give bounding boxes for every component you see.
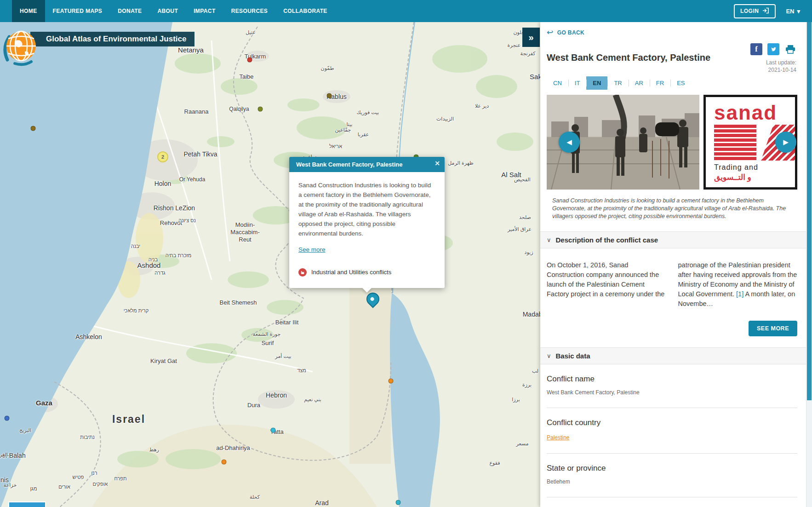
- twitter-icon: [770, 46, 777, 53]
- field-value[interactable]: Palestine: [547, 434, 569, 441]
- field-value: Betlehem: [547, 478, 797, 485]
- map-label: נתיבות: [80, 434, 95, 440]
- twitter-share-button[interactable]: [767, 43, 779, 55]
- map-label: البريج: [19, 427, 31, 433]
- ejatlas-logo-icon[interactable]: [1, 28, 40, 68]
- map-label: جمّاعين: [335, 127, 351, 133]
- panel-collapse-button[interactable]: »: [522, 28, 540, 47]
- last-update-label: Last update:: [766, 59, 796, 66]
- lang-tab-en[interactable]: EN: [586, 76, 607, 90]
- page-title: West Bank Cement Factory, Palestine: [547, 52, 710, 63]
- map-label: מגן: [30, 486, 37, 491]
- map-label: برزة: [522, 382, 532, 388]
- lang-tab-es[interactable]: ES: [670, 76, 691, 90]
- field-value: West Bank Cement Factory, Palestine: [547, 389, 797, 396]
- map-marker[interactable]: [247, 58, 252, 63]
- nav-menu: HOMEFEATURED MAPSDONATEABOUTIMPACTRESOUR…: [0, 0, 335, 22]
- last-update: Last update: 2021-10-14: [766, 59, 796, 74]
- carousel-prev-button[interactable]: ◀: [559, 132, 580, 153]
- map-marker[interactable]: [258, 107, 263, 112]
- map-marker[interactable]: [389, 379, 394, 384]
- nav-item-impact[interactable]: IMPACT: [186, 0, 223, 22]
- map-label: ظهرة الرمل: [448, 160, 473, 166]
- map-marker[interactable]: [396, 500, 401, 505]
- map-marker[interactable]: [222, 460, 227, 465]
- map-label: جورة الشمعة: [253, 331, 280, 337]
- map-label: ad-Dhahiriya: [216, 444, 250, 451]
- map-marker[interactable]: [31, 126, 36, 131]
- map-label: عراق الأمير: [508, 226, 532, 232]
- conflict-detail-panel: ↩ GO BACK West Bank Cement Factory, Pale…: [540, 22, 812, 507]
- basic-data-fields: Conflict nameWest Bank Cement Factory, P…: [547, 364, 797, 507]
- map-label: בניה: [149, 257, 158, 262]
- field-location-of-conflict: Location of conflict: [547, 497, 797, 507]
- map-label: Ashdod: [137, 261, 161, 269]
- map-canvas[interactable]: NetanyaTulkarmTaibeNablusRaananaQalqilya…: [0, 22, 540, 507]
- facebook-share-button[interactable]: f: [750, 43, 762, 55]
- map-label: Dura: [247, 402, 260, 409]
- nav-item-about[interactable]: ABOUT: [149, 0, 186, 22]
- field-conflict-name: Conflict nameWest Bank Cement Factory, P…: [547, 364, 797, 408]
- brand-title: Global Atlas of Environmental Justice: [30, 32, 194, 46]
- carousel-next-button[interactable]: ▶: [775, 132, 796, 153]
- top-navbar: HOMEFEATURED MAPSDONATEABOUTIMPACTRESOUR…: [0, 0, 812, 22]
- map-label: صلحد: [519, 214, 531, 220]
- logo-subtitle: Trading and: [714, 163, 797, 172]
- lang-tab-it[interactable]: IT: [568, 76, 587, 90]
- facebook-icon: f: [755, 45, 757, 53]
- map-label: קרית מלאכי: [124, 308, 149, 313]
- section-description-header[interactable]: ∨ Description of the conflict case: [540, 231, 806, 248]
- map-label: القر: [0, 452, 8, 458]
- nav-item-collaborate[interactable]: COLLABORATE: [275, 0, 335, 22]
- industrial-conflicts-icon: [298, 268, 307, 277]
- map-label: גדרה: [154, 270, 165, 276]
- map-label: فقوع: [489, 460, 500, 466]
- lang-tab-fr[interactable]: FR: [650, 76, 670, 90]
- login-button[interactable]: LOGIN: [734, 4, 776, 18]
- logo-subtitle-arabic: و التــسويق: [714, 173, 797, 182]
- close-icon[interactable]: ✕: [435, 160, 440, 167]
- nav-item-resources[interactable]: RESOURCES: [223, 0, 276, 22]
- panel-scrollbar: [806, 22, 812, 507]
- marker-cluster[interactable]: 2: [157, 151, 168, 162]
- see-more-button[interactable]: SEE MORE: [749, 321, 797, 336]
- map-label: Kiryat Gat: [150, 357, 177, 364]
- map-label: بيت أمر: [275, 353, 291, 359]
- map-label: دير علا: [475, 103, 489, 109]
- back-arrow-icon: ↩: [547, 28, 554, 37]
- map-popup: West Bank Cement Factory, Palestine ✕ Sa…: [289, 157, 445, 288]
- image-carousel: sanad Trading and و التــسويق ◀ ▶: [547, 95, 797, 190]
- description-column-right: patronage of the Palestinian president a…: [678, 260, 798, 309]
- nav-item-featured-maps[interactable]: FEATURED MAPS: [45, 0, 110, 22]
- map-label: كحلة: [250, 494, 260, 500]
- print-button[interactable]: [784, 43, 796, 55]
- go-back-button[interactable]: ↩ GO BACK: [547, 28, 584, 37]
- popup-see-more-link[interactable]: See more: [298, 245, 326, 254]
- section-basic-data-header[interactable]: ∨ Basic data: [540, 347, 806, 364]
- logo-word: sanad: [714, 102, 797, 124]
- lang-tab-tr[interactable]: TR: [607, 76, 628, 90]
- map-label: لب: [532, 368, 538, 374]
- description-text: On October 1, 2016, Sanad Construction c…: [547, 260, 797, 309]
- map-label: Or Yehuda: [179, 176, 206, 183]
- map-label: Gaza: [36, 399, 52, 407]
- lang-tab-ar[interactable]: AR: [629, 76, 650, 90]
- field-label: State or province: [547, 464, 797, 473]
- nav-item-donate[interactable]: DONATE: [110, 0, 149, 22]
- nav-right: LOGIN EN ▾: [734, 0, 812, 22]
- field-conflict-country: Conflict countryPalestine: [547, 408, 797, 454]
- scrollbar-thumb[interactable]: [807, 22, 812, 400]
- map-marker[interactable]: [327, 93, 332, 98]
- chevron-down-icon: ∨: [547, 352, 551, 359]
- map-label: Modiin-: [235, 221, 255, 228]
- map-marker[interactable]: [271, 428, 276, 433]
- map-label: Qalqilya: [229, 106, 249, 112]
- go-back-label: GO BACK: [557, 29, 584, 36]
- lang-tab-cn[interactable]: CN: [547, 76, 568, 90]
- map-marker[interactable]: [5, 416, 10, 421]
- map-label: יבנה: [131, 243, 140, 249]
- site-language-dropdown[interactable]: EN ▾: [786, 8, 800, 15]
- map-label: بني نعيم: [304, 397, 321, 403]
- reference-link[interactable]: [1]: [736, 290, 743, 298]
- nav-item-home[interactable]: HOME: [12, 0, 45, 22]
